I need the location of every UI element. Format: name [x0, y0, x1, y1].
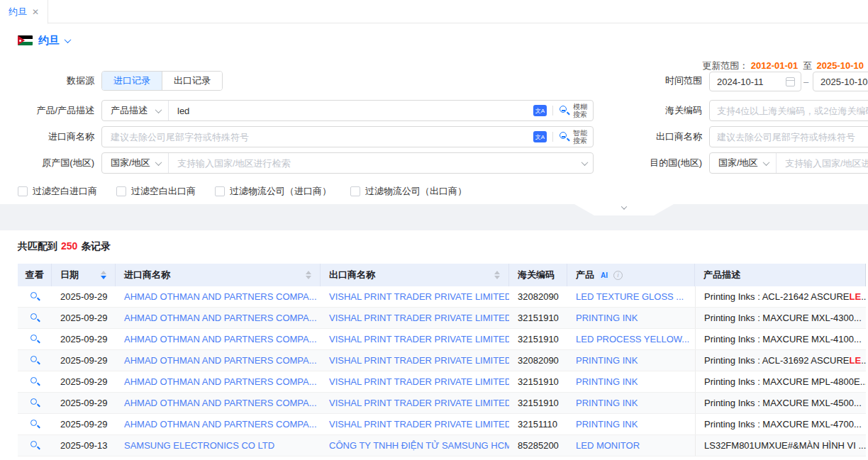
exporter-input-wrap	[709, 126, 868, 147]
column-header-4[interactable]: 出口商名称	[321, 264, 509, 286]
view-button-cell[interactable]	[18, 329, 52, 349]
tab-jordan[interactable]: 约旦 ✕	[0, 0, 48, 24]
product-link[interactable]: LED PROCESS YELLOW...	[567, 329, 695, 349]
importer-input-group: 智能 搜索	[101, 126, 594, 147]
exporter-link[interactable]: VISHAL PRINT TRADER PRIVATE LIMITED	[321, 286, 509, 307]
product-type-select[interactable]: 产品描述	[102, 101, 169, 120]
view-details-icon[interactable]	[30, 419, 40, 430]
checkbox-icon[interactable]	[18, 186, 28, 196]
import-records-button[interactable]: 进口记录	[102, 72, 162, 90]
column-header-6: 产品AI	[567, 264, 695, 286]
product-link[interactable]: PRINTING INK	[567, 414, 695, 434]
date-cell: 2025-09-29	[52, 393, 116, 413]
origin-search-input[interactable]	[169, 153, 582, 173]
checkbox-filter-logistics-exporter[interactable]: 过滤物流公司（出口商）	[350, 185, 467, 198]
view-button-cell[interactable]	[18, 286, 52, 307]
date-start-input[interactable]: 2024-10-11	[709, 72, 801, 91]
update-range-to: 至	[803, 60, 812, 71]
sort-icon[interactable]	[95, 271, 106, 279]
product-link[interactable]: LED TEXTURE GLOSS ...	[567, 286, 695, 307]
view-button-cell[interactable]	[18, 414, 52, 434]
importer-input[interactable]	[102, 127, 533, 147]
view-details-icon[interactable]	[30, 376, 40, 387]
chevron-down-icon[interactable]	[582, 159, 589, 166]
column-header-2[interactable]: 日期	[52, 264, 116, 286]
date-cell: 2025-09-13	[52, 435, 116, 456]
product-link[interactable]: PRINTING INK	[567, 350, 695, 371]
importer-link[interactable]: AHMAD OTHMAN AND PARTNERS COMPA...	[116, 414, 321, 434]
exporter-input[interactable]	[710, 127, 868, 147]
translate-icon[interactable]	[533, 131, 547, 142]
checkbox-filter-blank-importer[interactable]: 过滤空白进口商	[18, 185, 97, 198]
product-link[interactable]: PRINTING INK	[567, 371, 695, 392]
results-prefix: 共匹配到	[18, 240, 57, 252]
smart-search-button[interactable]: 智能 搜索	[559, 129, 587, 145]
exporter-link[interactable]: CÔNG TY TNHH ĐIỆN TỬ SAMSUNG HCMC...	[321, 435, 509, 456]
importer-link[interactable]: AHMAD OTHMAN AND PARTNERS COMPA...	[116, 371, 321, 392]
destination-search-input[interactable]	[777, 153, 868, 173]
view-details-icon[interactable]	[30, 440, 40, 451]
close-icon[interactable]: ✕	[32, 7, 39, 17]
exporter-link[interactable]: VISHAL PRINT TRADER PRIVATE LIMITED	[321, 350, 509, 371]
view-details-icon[interactable]	[30, 334, 40, 344]
results-summary: 共匹配到250条记录	[18, 240, 111, 253]
export-records-button[interactable]: 出口记录	[162, 72, 222, 90]
hs-code-input[interactable]	[710, 101, 868, 120]
sort-icon[interactable]	[489, 271, 500, 279]
view-button-cell[interactable]	[18, 371, 52, 392]
view-details-icon[interactable]	[30, 313, 40, 323]
column-header-label: 日期	[60, 269, 79, 281]
product-link[interactable]: LED MONITOR	[567, 435, 695, 456]
importer-link[interactable]: AHMAD OTHMAN AND PARTNERS COMPA...	[116, 393, 321, 413]
checkbox-label: 过滤空白出口商	[131, 185, 196, 198]
view-details-icon[interactable]	[30, 398, 40, 408]
destination-type-select[interactable]: 国家/地区	[710, 153, 777, 173]
view-button-cell[interactable]	[18, 308, 52, 328]
origin-input-group: 国家/地区	[101, 152, 594, 174]
search-icon	[559, 105, 570, 116]
column-header-label: 查看	[26, 269, 44, 281]
exporter-link[interactable]: VISHAL PRINT TRADER PRIVATE LIMITED	[321, 329, 509, 349]
exporter-link[interactable]: VISHAL PRINT TRADER PRIVATE LIMITED	[321, 414, 509, 434]
view-details-icon[interactable]	[30, 355, 40, 366]
sort-icon[interactable]	[300, 271, 311, 279]
exporter-link[interactable]: VISHAL PRINT TRADER PRIVATE LIMITED	[321, 393, 509, 413]
product-link[interactable]: PRINTING INK	[567, 393, 695, 413]
product-input-icons: 模糊 搜索	[533, 103, 593, 118]
importer-link[interactable]: AHMAD OTHMAN AND PARTNERS COMPA...	[116, 286, 321, 307]
checkbox-icon[interactable]	[215, 186, 225, 196]
exporter-link[interactable]: VISHAL PRINT TRADER PRIVATE LIMITED	[321, 308, 509, 328]
country-selector[interactable]: 约旦	[18, 33, 70, 48]
view-details-icon[interactable]	[30, 291, 40, 302]
importer-link[interactable]: AHMAD OTHMAN AND PARTNERS COMPA...	[116, 329, 321, 349]
importer-link[interactable]: AHMAD OTHMAN AND PARTNERS COMPA...	[116, 350, 321, 371]
form-row-2: 产品/产品描述 产品描述 模糊 搜索 海关编码	[0, 100, 868, 121]
product-search-input[interactable]	[169, 101, 533, 120]
keyword-highlight: LE	[850, 291, 862, 302]
importer-link[interactable]: SAMSUNG ELECTRONICS CO LTD	[116, 435, 321, 456]
collapse-handle[interactable]	[574, 204, 674, 215]
date-end-input[interactable]: 2025-10-10	[813, 72, 868, 91]
view-button-cell[interactable]	[18, 435, 52, 456]
column-header-label: 出口商名称	[329, 269, 375, 281]
importer-link[interactable]: AHMAD OTHMAN AND PARTNERS COMPA...	[116, 308, 321, 328]
filter-checkboxes: 过滤空白进口商 过滤空白出口商 过滤物流公司（进口商） 过滤物流公司（出口商）	[18, 185, 467, 198]
date-start-value: 2024-10-11	[717, 77, 786, 87]
checkbox-icon[interactable]	[350, 186, 360, 196]
checkbox-filter-blank-exporter[interactable]: 过滤空白出口商	[116, 185, 196, 198]
column-header-3[interactable]: 进口商名称	[116, 264, 321, 286]
exporter-link[interactable]: VISHAL PRINT TRADER PRIVATE LIMITED	[321, 371, 509, 392]
importer-input-icons: 智能 搜索	[533, 129, 593, 145]
translate-icon[interactable]	[533, 105, 547, 116]
checkbox-filter-logistics-importer[interactable]: 过滤物流公司（进口商）	[215, 185, 331, 198]
info-icon[interactable]	[613, 271, 623, 280]
table-row: 2025-09-29AHMAD OTHMAN AND PARTNERS COMP…	[18, 393, 866, 414]
checkbox-icon[interactable]	[116, 186, 126, 196]
view-button-cell[interactable]	[18, 350, 52, 371]
origin-type-select[interactable]: 国家/地区	[102, 153, 169, 173]
product-link[interactable]: PRINTING INK	[567, 308, 695, 328]
hs-code-cell: 32151910	[509, 308, 567, 328]
fuzzy-search-button[interactable]: 模糊 搜索	[559, 103, 587, 118]
view-button-cell[interactable]	[18, 393, 52, 413]
column-header-label: 进口商名称	[124, 269, 170, 281]
